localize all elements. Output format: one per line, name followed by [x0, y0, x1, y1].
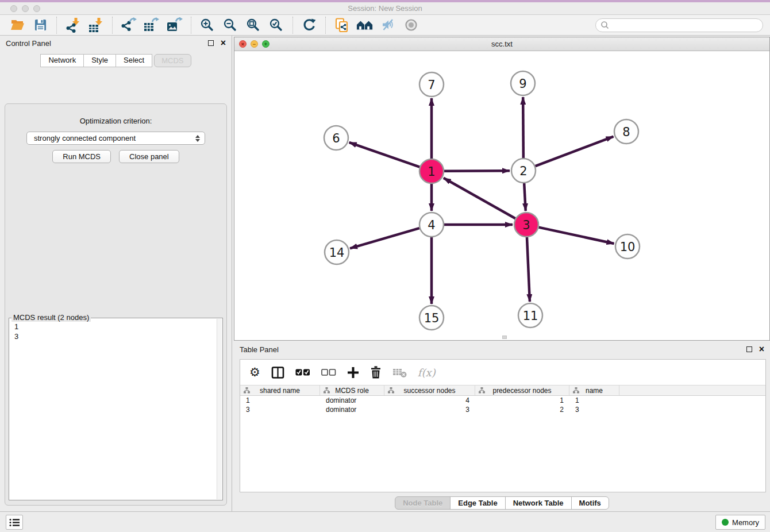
column-view-icon[interactable]	[271, 365, 284, 380]
graph-node-8[interactable]: 8	[614, 119, 638, 144]
mcds-result-lines: 1 3	[10, 321, 215, 499]
graph-node-4[interactable]: 4	[419, 213, 444, 237]
tab-network[interactable]: Network	[40, 54, 84, 67]
graph-node-11[interactable]: 11	[518, 303, 542, 327]
column-header-shared-name[interactable]: shared name	[240, 385, 320, 395]
svg-text:8: 8	[622, 125, 630, 139]
run-mcds-button[interactable]: Run MCDS	[52, 150, 111, 163]
float-table-panel-icon[interactable]	[746, 346, 752, 352]
graph-node-10[interactable]: 10	[615, 234, 640, 259]
edge-2-9[interactable]	[523, 97, 523, 158]
graph-node-1[interactable]: 1	[419, 159, 444, 183]
app-titlebar: Session: New Session	[0, 0, 770, 15]
table-cell: dominator	[320, 405, 384, 414]
column-header-MCDS-role[interactable]: MCDS role	[320, 385, 384, 395]
edge-1-6[interactable]	[349, 142, 420, 167]
status-bar: Memory	[0, 511, 770, 532]
import-table-icon[interactable]	[87, 17, 105, 33]
edge-2-3[interactable]	[524, 183, 526, 211]
toolbar-separator	[56, 17, 57, 34]
import-network-icon[interactable]	[64, 17, 82, 33]
clone-network-icon[interactable]	[333, 17, 351, 33]
column-header-successor-nodes[interactable]: successor nodes	[384, 385, 475, 395]
graph-node-6[interactable]: 6	[324, 126, 348, 150]
zoom-fit-icon[interactable]	[245, 17, 262, 33]
save-session-icon[interactable]	[32, 17, 49, 33]
tab-edge-table[interactable]: Edge Table	[450, 496, 505, 510]
column-header-name[interactable]: name	[569, 385, 619, 395]
graph-node-3[interactable]: 3	[514, 213, 538, 237]
edge-1-2[interactable]	[444, 171, 510, 171]
search-input[interactable]	[610, 20, 763, 31]
table-cell: 2	[475, 405, 569, 414]
tab-select[interactable]: Select	[116, 54, 152, 67]
close-table-panel-icon[interactable]: ×	[759, 346, 764, 352]
edge-3-11[interactable]	[527, 237, 530, 302]
close-panel-icon[interactable]: ×	[221, 40, 226, 46]
svg-text:7: 7	[428, 78, 435, 92]
result-scrollbar[interactable]	[217, 319, 222, 499]
network-canvas[interactable]: 1234678910111415	[234, 51, 769, 340]
network-window-title: scc.txt	[234, 40, 769, 48]
open-session-icon[interactable]	[9, 17, 26, 33]
tab-network-table[interactable]: Network Table	[505, 496, 572, 510]
graph-node-9[interactable]: 9	[511, 71, 535, 95]
zoom-in-icon[interactable]	[199, 17, 216, 33]
refresh-view-icon[interactable]	[301, 17, 318, 33]
tab-style[interactable]: Style	[83, 54, 116, 67]
export-network-icon[interactable]	[120, 17, 137, 33]
mute-icon[interactable]	[379, 17, 396, 33]
network-window-titlebar[interactable]: × − + scc.txt	[234, 37, 769, 51]
delete-table-icon[interactable]	[392, 365, 407, 380]
tab-mcds[interactable]: MCDS	[154, 54, 191, 67]
svg-text:1: 1	[428, 165, 435, 179]
session-home-icon[interactable]	[356, 17, 374, 33]
graph-node-2[interactable]: 2	[511, 159, 536, 183]
add-row-icon[interactable]	[347, 365, 359, 380]
table-cell: 1	[240, 396, 320, 405]
search-icon	[600, 21, 610, 30]
edge-3-1[interactable]	[444, 178, 515, 218]
canvas-resize-handle[interactable]	[502, 336, 507, 339]
export-image-icon[interactable]	[166, 17, 183, 33]
optimization-criterion-select[interactable]: strongly connected component	[26, 132, 205, 145]
select-stepper-icon	[195, 135, 200, 142]
control-panel-tabs: NetworkStyleSelectMCDS	[0, 54, 232, 67]
tab-motifs[interactable]: Motifs	[571, 496, 609, 510]
network-graph[interactable]: 1234678910111415	[234, 51, 769, 340]
control-panel: Control Panel × NetworkStyleSelectMCDS O…	[0, 36, 232, 511]
graph-node-7[interactable]: 7	[419, 72, 444, 97]
task-history-button[interactable]	[6, 515, 23, 530]
edge-2-8[interactable]	[536, 137, 614, 167]
edge-3-10[interactable]	[539, 228, 614, 244]
table-cell: 3	[384, 405, 475, 414]
close-panel-button[interactable]: Close panel	[119, 150, 179, 163]
column-header-predecessor-nodes[interactable]: predecessor nodes	[475, 385, 569, 395]
mcds-tab-content: Optimization criterion: strongly connect…	[5, 103, 227, 506]
memory-button[interactable]: Memory	[715, 515, 765, 530]
svg-text:3: 3	[522, 218, 530, 232]
table-settings-icon[interactable]: ⚙	[249, 365, 260, 380]
edge-4-14[interactable]	[350, 228, 419, 248]
delete-row-icon[interactable]	[370, 365, 382, 380]
zoom-selected-icon[interactable]	[268, 17, 285, 33]
float-panel-icon[interactable]	[208, 40, 214, 46]
graph-node-14[interactable]: 14	[325, 240, 349, 264]
deselect-all-rows-icon[interactable]	[321, 365, 336, 380]
table-cell: 3	[569, 405, 619, 414]
svg-text:10: 10	[620, 240, 636, 254]
search-box	[595, 18, 763, 32]
tab-node-table[interactable]: Node Table	[395, 496, 451, 510]
graph-node-15[interactable]: 15	[419, 306, 444, 330]
visibility-icon[interactable]	[402, 17, 419, 33]
list-icon	[9, 518, 20, 527]
select-all-rows-icon[interactable]	[295, 365, 310, 380]
table-header-row[interactable]: shared nameMCDS rolesuccessor nodesprede…	[240, 385, 765, 396]
table-row[interactable]: 1dominator411	[240, 396, 765, 405]
table-row[interactable]: 3dominator323	[240, 405, 765, 414]
table-cell: 1	[475, 396, 569, 405]
table-tabs: Node TableEdge TableNetwork TableMotifs	[234, 496, 770, 510]
zoom-out-icon[interactable]	[222, 17, 239, 33]
function-builder-icon[interactable]: f(x)	[418, 365, 436, 380]
export-table-icon[interactable]	[143, 17, 160, 33]
